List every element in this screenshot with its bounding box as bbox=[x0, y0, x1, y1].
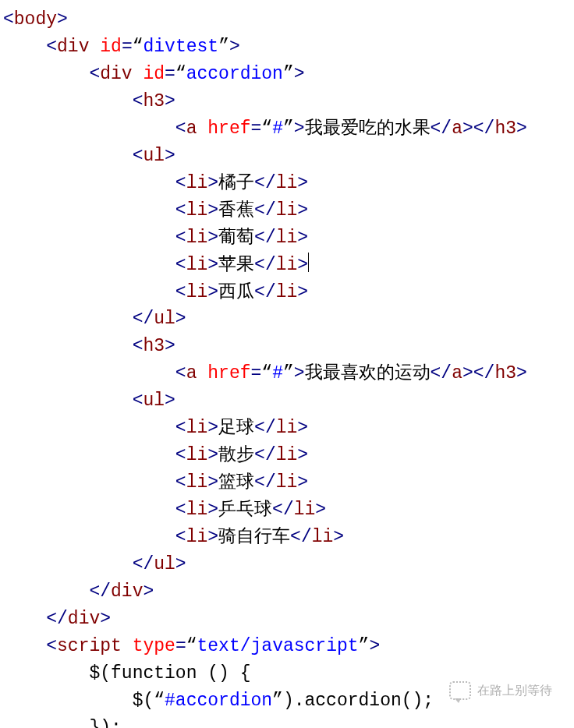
js-line: }); bbox=[89, 718, 121, 728]
list-item: 乒乓球 bbox=[218, 500, 272, 520]
code-block: <body> <div id=“divtest”> <div id=“accor… bbox=[0, 0, 574, 728]
list-item: 苹果 bbox=[218, 255, 254, 275]
tag-ul-open: ul bbox=[143, 146, 165, 166]
list-item: 足球 bbox=[218, 418, 254, 438]
attr-val-scripttype: text/javascript bbox=[197, 636, 359, 656]
tag-a-open: a bbox=[186, 118, 197, 139]
attr-id: id bbox=[100, 37, 122, 57]
attr-type: type bbox=[133, 636, 175, 656]
js-line: $( bbox=[133, 691, 154, 711]
tag-body-open: body bbox=[14, 9, 57, 30]
list-item: 西瓜 bbox=[218, 282, 254, 302]
list-item: 骑自行车 bbox=[218, 527, 290, 547]
attr-val-divtest: divtest bbox=[144, 37, 219, 57]
section1-title: 我最爱吃的水果 bbox=[305, 118, 430, 139]
section2-title: 我最喜欢的运动 bbox=[305, 363, 430, 383]
attr-val-accordion: accordion bbox=[186, 64, 283, 84]
js-selector: #accordion bbox=[165, 691, 272, 711]
list-item: 橘子 bbox=[218, 173, 254, 193]
tag-script-open: script bbox=[57, 636, 122, 656]
tag-div-open: div bbox=[57, 37, 89, 57]
list-item: 散步 bbox=[218, 445, 254, 465]
attr-href: href bbox=[207, 118, 250, 139]
text-cursor bbox=[308, 253, 309, 272]
tag-h3-open: h3 bbox=[143, 91, 165, 111]
list-item: 篮球 bbox=[218, 472, 254, 493]
js-line: $(function () { bbox=[89, 663, 250, 684]
list-item: 葡萄 bbox=[218, 228, 254, 248]
list-item: 香蕉 bbox=[218, 200, 254, 221]
